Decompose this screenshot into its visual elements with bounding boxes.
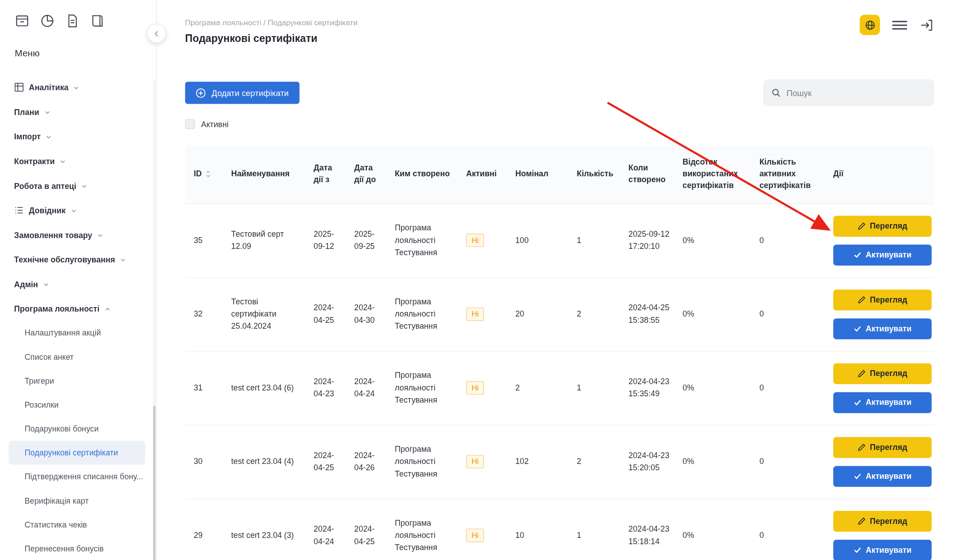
status-badge: Ні [466,307,484,321]
cell-active-count: 0 [753,277,827,351]
table-row: 35 Тестовий серт 12.09 2025-09-12 2025-0… [185,203,934,277]
sidebar-item-import[interactable]: Імпорт [0,124,156,149]
sidebar-subitem-card-verification[interactable]: Верифікація карт [0,489,156,513]
activate-button[interactable]: Активувати [833,466,931,487]
grid-icon [14,83,24,92]
cell-created-by: Програма лояльності Тестування [389,425,460,499]
cell-date-from: 2024-04-24 [308,499,348,560]
activate-button[interactable]: Активувати [833,539,931,560]
archive-icon[interactable] [15,14,30,28]
cell-id: 30 [185,425,225,499]
sidebar-subitem-mailings[interactable]: Розсилки [0,393,156,417]
activate-button[interactable]: Активувати [833,244,931,265]
logout-icon[interactable] [919,18,934,32]
sidebar-item-contracts[interactable]: Контракти [0,149,156,174]
chevron-down-icon [43,281,49,288]
cell-nominal: 100 [509,203,571,277]
cell-created-by: Програма лояльності Тестування [389,351,460,425]
status-badge: Ні [466,528,484,542]
app-root: Меню Аналітика Плани Імпорт Контракти Ро… [0,0,963,560]
cell-date-to: 2024-04-26 [348,425,389,499]
pencil-icon [857,443,866,451]
cell-date-to: 2024-04-25 [348,499,389,560]
col-date-from: Дата дії з [308,145,348,204]
sidebar-subitem-bonus-transfer[interactable]: Перенесення бонусів [0,537,156,560]
sidebar-subitem-receipt-stats[interactable]: Статистика чеків [0,513,156,537]
hamburger-menu-icon[interactable] [892,19,908,31]
add-certificates-button[interactable]: Додати сертифікати [185,82,299,104]
sidebar-item-pharmacy-work[interactable]: Робота в аптеці [0,173,156,198]
breadcrumb[interactable]: Програма лояльності / Подарункові сертиф… [185,18,934,27]
sidebar-subitem-bonus-writeoff-confirm[interactable]: Підтвердження списання бону... [0,465,156,489]
cell-date-to: 2025-09-25 [348,203,389,277]
cell-active: Ні [460,425,509,499]
view-button[interactable]: Перегляд [833,216,931,236]
menu-title: Меню [15,48,157,58]
view-button[interactable]: Перегляд [833,437,931,458]
sidebar-subitem-triggers[interactable]: Тригери [0,369,156,393]
cell-created-at: 2025-09-12 17:20:10 [622,203,677,277]
table-row: 29 test cert 23.04 (3) 2024-04-24 2024-0… [185,499,934,560]
view-button[interactable]: Перегляд [833,363,931,384]
search-input[interactable] [763,79,934,106]
cell-date-to: 2024-04-30 [348,277,389,351]
pencil-icon [857,222,866,230]
sidebar-collapse-button[interactable] [147,24,166,43]
cell-date-from: 2025-09-12 [308,203,348,277]
check-icon [853,472,862,480]
sort-icon[interactable] [205,170,211,179]
cell-actions: Перегляд Активувати [827,277,934,351]
cell-used-percent: 0% [677,203,753,277]
sidebar-item-loyalty-program[interactable]: Програма лояльності [0,296,156,321]
certificates-table: ID Найменування Дата дії з Дата дії до К… [185,145,934,560]
check-icon [853,251,862,259]
cell-nominal: 102 [509,425,571,499]
language-button[interactable] [860,15,880,35]
chevron-down-icon [74,85,80,91]
sidebar-item-label: Адмін [14,280,38,289]
chevron-up-icon [104,306,111,312]
col-created-at: Коли створено [622,145,677,204]
sidebar-subitem-gift-certificates[interactable]: Подарункові сертифікати [9,441,145,465]
sidebar-item-goods-order[interactable]: Замовлення товару [0,223,156,248]
sidebar-nav: Аналітика Плани Імпорт Контракти Робота … [0,75,156,560]
sidebar-item-label: Замовлення товару [14,230,92,239]
activate-button[interactable]: Активувати [833,392,931,413]
active-filter-checkbox[interactable] [185,119,195,129]
sidebar-scrollbar-thumb[interactable] [153,406,155,560]
cell-name: Тестові сертифікати 25.04.2024 [225,277,308,351]
sidebar-item-label: Контракти [14,156,55,165]
document-icon[interactable] [65,14,80,28]
book-icon[interactable] [90,14,105,28]
active-filter[interactable]: Активні [185,119,228,129]
sidebar-item-admin[interactable]: Адмін [0,272,156,297]
activate-button[interactable]: Активувати [833,318,931,339]
sidebar-item-analytics[interactable]: Аналітика [0,75,156,100]
pie-chart-icon[interactable] [40,14,55,28]
col-date-to: Дата дії до [348,145,389,204]
sidebar-item-maintenance[interactable]: Технічне обслуговування [0,247,156,272]
search-icon [771,88,781,98]
cell-quantity: 2 [571,277,622,351]
sidebar-subitem-gift-bonuses[interactable]: Подарункові бонуси [0,417,156,441]
sidebar-item-plans[interactable]: Плани [0,100,156,124]
sidebar-item-label: Плани [14,107,39,116]
cell-date-from: 2024-04-25 [308,425,348,499]
status-badge: Ні [466,381,484,395]
sidebar-item-label: Програма лояльності [14,304,99,313]
view-button[interactable]: Перегляд [833,289,931,310]
check-icon [853,546,862,554]
table-row: 32 Тестові сертифікати 25.04.2024 2024-0… [185,277,934,351]
view-button[interactable]: Перегляд [833,510,931,531]
sidebar-item-directory[interactable]: Довідник [0,198,156,223]
sidebar-subitem-questionnaires[interactable]: Список анкет [0,345,156,369]
search-box [763,79,934,106]
col-used-percent: Відсоток використаних сертифікатів [677,145,753,204]
cell-used-percent: 0% [677,351,753,425]
cell-created-at: 2024-04-25 15:38:55 [622,277,677,351]
sidebar-item-label: Довідник [29,206,65,215]
main-content: Програма лояльності / Подарункові сертиф… [157,0,963,560]
sidebar-subitem-promo-settings[interactable]: Налаштування акцій [0,321,156,345]
cell-actions: Перегляд Активувати [827,351,934,425]
certificates-table-wrap: ID Найменування Дата дії з Дата дії до К… [185,145,934,560]
